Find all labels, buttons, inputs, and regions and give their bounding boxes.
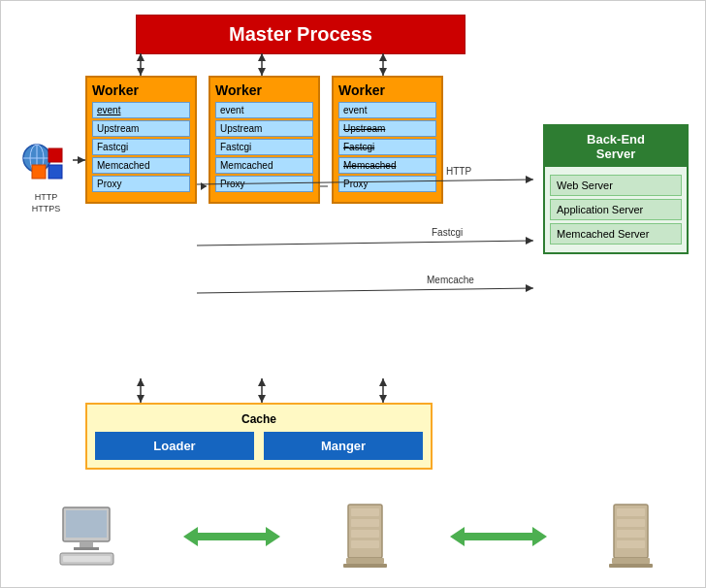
svg-rect-56 xyxy=(465,533,532,540)
svg-rect-53 xyxy=(346,558,384,564)
worker-2-upstream: Upstream xyxy=(215,120,313,137)
worker-3-fastcgi: Fastcgi xyxy=(338,139,436,155)
worker-3-memcached: Memcached xyxy=(338,157,436,174)
manger-button: Manger xyxy=(264,432,423,460)
svg-marker-57 xyxy=(532,527,547,546)
worker-1-upstream: Upstream xyxy=(92,120,190,137)
memcached-server-item: Memcached Server xyxy=(550,223,682,245)
arrow-client-to-server1 xyxy=(183,525,280,551)
worker-box-2: Worker event Upstream Fastcgi Memcached … xyxy=(209,76,320,204)
backend-title: Back-EndServer xyxy=(545,126,687,167)
svg-rect-44 xyxy=(63,556,111,562)
http-label: HTTP xyxy=(35,192,58,202)
svg-rect-52 xyxy=(351,540,379,548)
worker-2-memcached: Memcached xyxy=(215,157,313,174)
server-icon-2 xyxy=(604,503,658,573)
svg-rect-50 xyxy=(351,519,379,527)
svg-rect-4 xyxy=(48,148,62,162)
svg-marker-45 xyxy=(183,527,198,546)
svg-rect-61 xyxy=(617,530,645,538)
worker-3-event: event xyxy=(338,102,436,118)
cache-box: Cache Loader Manger xyxy=(85,403,433,470)
svg-rect-59 xyxy=(617,508,645,516)
worker-1-label: Worker xyxy=(92,82,190,98)
worker-2-event: event xyxy=(215,102,313,118)
svg-rect-40 xyxy=(66,510,107,538)
diagram-container: Master Process HTTP HTTPS Worker event U… xyxy=(0,0,706,588)
server-icon-1 xyxy=(338,503,392,573)
worker-2-proxy: Proxy xyxy=(215,176,313,192)
workers-container: Worker event Upstream Fastcgi Memcached … xyxy=(85,76,443,204)
worker-2-label: Worker xyxy=(215,82,313,98)
master-process-label: Master Process xyxy=(229,23,372,45)
svg-rect-63 xyxy=(612,558,650,564)
worker-3-proxy: Proxy xyxy=(338,176,436,192)
svg-rect-64 xyxy=(609,564,653,568)
computer-icon xyxy=(58,506,126,572)
cache-label: Cache xyxy=(95,412,423,426)
globe-icon: HTTP HTTPS xyxy=(19,141,73,194)
svg-rect-49 xyxy=(351,508,379,516)
svg-rect-5 xyxy=(48,165,62,179)
app-server-item: Application Server xyxy=(550,199,682,220)
arrow-server1-to-server2 xyxy=(450,525,547,551)
svg-rect-60 xyxy=(617,519,645,527)
worker-box-3: Worker event Upstream Fastcgi Memcached … xyxy=(332,76,443,204)
worker-1-event: event xyxy=(92,102,190,118)
svg-marker-47 xyxy=(266,527,280,546)
svg-rect-42 xyxy=(74,547,99,550)
worker-1-proxy: Proxy xyxy=(92,176,190,192)
backend-server-box: Back-EndServer Web Server Application Se… xyxy=(543,124,689,254)
https-label: HTTPS xyxy=(32,204,61,213)
worker-1-fastcgi: Fastcgi xyxy=(92,139,190,155)
loader-button: Loader xyxy=(95,432,254,460)
svg-rect-51 xyxy=(351,530,379,538)
worker-3-label: Worker xyxy=(338,82,436,98)
worker-3-upstream: Upstream xyxy=(338,120,436,137)
bottom-icons-row xyxy=(29,503,687,573)
worker-1-memcached: Memcached xyxy=(92,157,190,174)
web-server-item: Web Server xyxy=(550,175,682,196)
worker-box-1: Worker event Upstream Fastcgi Memcached … xyxy=(85,76,197,204)
svg-rect-54 xyxy=(343,564,387,568)
svg-rect-6 xyxy=(32,165,46,179)
svg-marker-55 xyxy=(450,527,465,546)
svg-rect-41 xyxy=(80,541,93,547)
svg-rect-62 xyxy=(617,540,645,548)
svg-rect-46 xyxy=(198,533,266,540)
master-process-box: Master Process xyxy=(136,15,465,54)
worker-2-fastcgi: Fastcgi xyxy=(215,139,313,155)
